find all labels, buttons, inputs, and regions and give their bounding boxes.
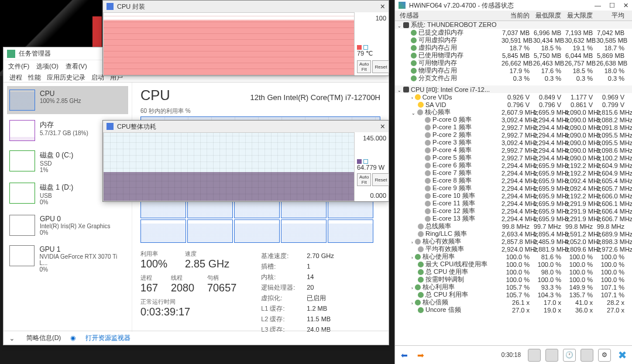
sensor-value: 17.0 x (533, 299, 565, 306)
sidebar-item-gpu-1[interactable]: GPU 1 NVIDIA GeForce RTX 3070 Ti L... 0% (7, 242, 128, 276)
core-7-chart[interactable] (234, 219, 280, 243)
menu-options[interactable]: 选项(O) (36, 62, 59, 71)
tab-history[interactable]: 应用历史记录 (44, 72, 88, 82)
sensor-value: 2,898.3 MHz (596, 238, 628, 245)
sensor-value: 4,090.0 MHz (565, 139, 596, 146)
sensor-value: 18.5 % (533, 44, 565, 51)
expand-icon[interactable] (397, 86, 401, 93)
reset-button[interactable]: Reset (372, 173, 389, 186)
expand-icon[interactable] (411, 299, 413, 306)
expand-icon[interactable] (411, 238, 413, 245)
spec-label: 逻辑处理器: (261, 283, 305, 292)
sensor-value: 2,924.0 MHz (502, 246, 533, 253)
sensor-tree[interactable]: 系统: THUNDEROBOT ZERO已提交虚拟内存7,037 MB6,996… (395, 21, 632, 345)
sensor-value: 0.3 % (596, 75, 628, 82)
sensor-value: 2,294.4 MHz (533, 139, 565, 146)
expand-icon[interactable] (411, 253, 413, 260)
sensor-row[interactable]: Core VIDs0.926 V0.849 V1.177 V0.969 V (395, 93, 632, 101)
col-sensor[interactable]: 传感器 (395, 11, 502, 20)
nav-back-icon[interactable]: ⬅ (399, 349, 410, 361)
sensor-icon (425, 132, 431, 138)
expand-icon[interactable] (411, 109, 415, 116)
sensor-icon (418, 102, 424, 108)
sensor-value: 98.0 % (533, 269, 565, 276)
autofit-button[interactable]: Auto Fit (357, 60, 371, 73)
col-max[interactable]: 最大限度 (565, 11, 596, 20)
window-title: CPU整体功耗 (117, 122, 156, 131)
expand-icon[interactable] (397, 22, 401, 29)
spec-value: 2.70 GHz (307, 251, 334, 260)
close-icon[interactable]: × (380, 122, 385, 131)
clock-icon[interactable]: 🕐 (563, 349, 576, 362)
core-chart-grid[interactable] (140, 195, 380, 243)
sensor-value: 135.7 % (565, 291, 596, 298)
spec-label: 插槽: (261, 262, 305, 271)
sensor-value: 2,485.9 MHz (533, 238, 565, 245)
add-icon[interactable] (581, 349, 593, 362)
cpu-package-graph-window[interactable]: CPU 封装 × 100 79 ℃ Auto Fit Reset (102, 0, 389, 76)
autofit-button[interactable]: Auto Fit (357, 173, 371, 186)
mini-chart (9, 120, 35, 141)
col-min[interactable]: 最低限度 (533, 11, 565, 20)
expand-icon[interactable] (411, 284, 413, 291)
sensor-value: 100.0 % (596, 253, 628, 260)
sensor-row[interactable]: 分页文件占用0.3 %0.3 %0.3 %0.3 % (395, 74, 632, 82)
sensor-row[interactable]: CPU [#0]: Intel Core i7-12... (395, 85, 632, 93)
col-current[interactable]: 当前的 (502, 11, 533, 20)
menu-view[interactable]: 查看(V) (66, 62, 87, 71)
maximize-icon[interactable]: ☐ (609, 2, 615, 9)
sensor-row[interactable]: Uncore 倍频27.0 x19.0 x36.0 x27.0 x (395, 306, 632, 314)
core-5-chart[interactable] (140, 219, 186, 243)
window-titlebar[interactable]: CPU整体功耗 × (103, 121, 389, 132)
core-6-chart[interactable] (187, 219, 233, 243)
status-bar: 简略信息(D) ◉ 打开资源监视器 (4, 331, 389, 345)
minimize-icon[interactable]: — (595, 2, 601, 9)
close-icon[interactable]: ✕ (623, 2, 628, 9)
window-titlebar[interactable]: CPU 封装 × (103, 1, 389, 12)
sensor-icon (418, 262, 424, 267)
nav-fwd-icon[interactable]: ➡ (415, 349, 427, 361)
collapse-icon[interactable] (9, 334, 17, 342)
elapsed-time: 0:30:18 (502, 352, 521, 358)
item-name: GPU 1 (39, 245, 126, 253)
settings-icon[interactable]: ⚙ (598, 349, 611, 362)
sensor-value: 7,037 MB (502, 29, 533, 36)
sidebar-item-gpu-0[interactable]: GPU 0 Intel(R) Iris(R) Xe Graphics 0% (7, 211, 128, 239)
sensor-value: 0.3 % (502, 75, 533, 82)
reset-button[interactable]: Reset (372, 60, 389, 73)
sensor-value: 2,606.1 MHz (596, 200, 628, 207)
column-headers[interactable]: 传感器 当前的 最低限度 最大限度 平均 (395, 11, 632, 21)
sensor-value: 93.3 % (533, 284, 565, 291)
monitor-icon[interactable] (528, 349, 541, 362)
sensor-value: 5,750 MB (533, 52, 565, 59)
sensor-value: 18.7 % (502, 44, 533, 51)
close-button[interactable]: ✖ (616, 349, 628, 362)
window-titlebar[interactable]: HWiNFO64 v7.20-4700 - 传感器状态 — ☐ ✕ (395, 0, 632, 11)
spec-row: 插槽:1 (261, 262, 334, 271)
tab-performance[interactable]: 性能 (26, 72, 43, 82)
temp-chart[interactable] (103, 12, 355, 75)
expand-icon[interactable] (411, 94, 413, 101)
col-avg[interactable]: 平均 (596, 11, 628, 20)
sensor-value: 149.9 % (565, 284, 596, 291)
sensor-value: 3,100.2 MHz (596, 154, 628, 162)
menu-file[interactable]: 文件(F) (8, 62, 29, 71)
sensor-value: 17.6 % (533, 67, 565, 74)
power-chart[interactable] (103, 132, 355, 201)
log-icon[interactable] (545, 349, 558, 362)
item-name: 磁盘 1 (D:) (40, 183, 73, 193)
sensor-value: 2,881.9 MHz (533, 246, 565, 253)
item-sub2: 0% (40, 199, 73, 205)
resource-monitor-link[interactable]: 打开资源监视器 (85, 334, 130, 342)
core-9-chart[interactable] (328, 219, 373, 243)
scale-max: 100 (357, 15, 386, 22)
close-icon[interactable]: × (380, 2, 385, 11)
brief-link[interactable]: 简略信息(D) (26, 334, 61, 342)
spec-row: L2 缓存:11.5 MB (261, 314, 334, 324)
core-8-chart[interactable] (281, 219, 327, 243)
sensor-value: 2,294.4 MHz (502, 215, 533, 222)
cpu-power-graph-window[interactable]: CPU整体功耗 × 145.000 64.779 W Auto Fit Rese… (102, 120, 389, 202)
tab-processes[interactable]: 进程 (7, 72, 25, 82)
sidebar-item-cpu[interactable]: CPU 100% 2.85 GHz (7, 86, 128, 114)
mini-chart (9, 183, 35, 204)
